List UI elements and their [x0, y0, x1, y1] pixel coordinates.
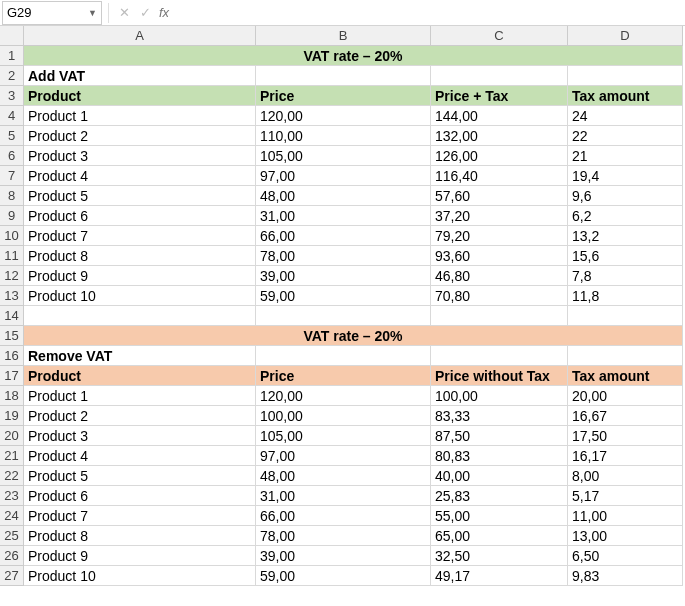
cell-D4[interactable]: 24 [568, 106, 683, 126]
cell-A10[interactable]: Product 7 [24, 226, 256, 246]
row-header-18[interactable]: 18 [0, 386, 24, 406]
cell-D10[interactable]: 13,2 [568, 226, 683, 246]
cell-C21[interactable]: 80,83 [431, 446, 568, 466]
name-box[interactable]: G29 ▼ [2, 1, 102, 25]
header-cell-B17[interactable]: Price [256, 366, 431, 386]
cell-B27[interactable]: 59,00 [256, 566, 431, 586]
row-header-2[interactable]: 2 [0, 66, 24, 86]
cell-C13[interactable]: 70,80 [431, 286, 568, 306]
cell-A13[interactable]: Product 10 [24, 286, 256, 306]
cell-D9[interactable]: 6,2 [568, 206, 683, 226]
cell-D20[interactable]: 17,50 [568, 426, 683, 446]
cell-A4[interactable]: Product 1 [24, 106, 256, 126]
column-header-D[interactable]: D [568, 26, 683, 46]
header-cell-A3[interactable]: Product [24, 86, 256, 106]
header-cell-C17[interactable]: Price without Tax [431, 366, 568, 386]
cell-D8[interactable]: 9,6 [568, 186, 683, 206]
merged-title-row-1[interactable]: VAT rate – 20% [24, 46, 683, 66]
cell-B7[interactable]: 97,00 [256, 166, 431, 186]
cell-D24[interactable]: 11,00 [568, 506, 683, 526]
cell-B10[interactable]: 66,00 [256, 226, 431, 246]
cell-C24[interactable]: 55,00 [431, 506, 568, 526]
cell-C19[interactable]: 83,33 [431, 406, 568, 426]
row-header-13[interactable]: 13 [0, 286, 24, 306]
header-cell-C3[interactable]: Price + Tax [431, 86, 568, 106]
chevron-down-icon[interactable]: ▼ [88, 8, 97, 18]
header-cell-D17[interactable]: Tax amount [568, 366, 683, 386]
row-header-27[interactable]: 27 [0, 566, 24, 586]
cell-B6[interactable]: 105,00 [256, 146, 431, 166]
cell-A19[interactable]: Product 2 [24, 406, 256, 426]
cell-D26[interactable]: 6,50 [568, 546, 683, 566]
row-header-16[interactable]: 16 [0, 346, 24, 366]
cancel-icon[interactable]: ✕ [119, 5, 130, 20]
cell-C5[interactable]: 132,00 [431, 126, 568, 146]
row-header-10[interactable]: 10 [0, 226, 24, 246]
cell-B20[interactable]: 105,00 [256, 426, 431, 446]
cell-D5[interactable]: 22 [568, 126, 683, 146]
row-header-12[interactable]: 12 [0, 266, 24, 286]
row-header-14[interactable]: 14 [0, 306, 24, 326]
cell-B24[interactable]: 66,00 [256, 506, 431, 526]
cell-C9[interactable]: 37,20 [431, 206, 568, 226]
row-header-17[interactable]: 17 [0, 366, 24, 386]
row-header-21[interactable]: 21 [0, 446, 24, 466]
cell-D6[interactable]: 21 [568, 146, 683, 166]
fx-icon[interactable]: fx [157, 5, 175, 20]
cell-D22[interactable]: 8,00 [568, 466, 683, 486]
cell-A22[interactable]: Product 5 [24, 466, 256, 486]
cell-B23[interactable]: 31,00 [256, 486, 431, 506]
formula-input[interactable] [175, 0, 685, 25]
row-header-19[interactable]: 19 [0, 406, 24, 426]
cell-B25[interactable]: 78,00 [256, 526, 431, 546]
cell-C7[interactable]: 116,40 [431, 166, 568, 186]
cell-A20[interactable]: Product 3 [24, 426, 256, 446]
cell-B13[interactable]: 59,00 [256, 286, 431, 306]
cell-A25[interactable]: Product 8 [24, 526, 256, 546]
cell-D13[interactable]: 11,8 [568, 286, 683, 306]
cell-D14[interactable] [568, 306, 683, 326]
header-cell-A17[interactable]: Product [24, 366, 256, 386]
row-header-26[interactable]: 26 [0, 546, 24, 566]
cell-C14[interactable] [431, 306, 568, 326]
cell-D25[interactable]: 13,00 [568, 526, 683, 546]
cell-C16[interactable] [431, 346, 568, 366]
cell-D21[interactable]: 16,17 [568, 446, 683, 466]
cell-C6[interactable]: 126,00 [431, 146, 568, 166]
cell-A23[interactable]: Product 6 [24, 486, 256, 506]
cell-B9[interactable]: 31,00 [256, 206, 431, 226]
row-header-11[interactable]: 11 [0, 246, 24, 266]
header-cell-B3[interactable]: Price [256, 86, 431, 106]
cell-B14[interactable] [256, 306, 431, 326]
row-header-15[interactable]: 15 [0, 326, 24, 346]
cell-C25[interactable]: 65,00 [431, 526, 568, 546]
row-header-9[interactable]: 9 [0, 206, 24, 226]
cell-B26[interactable]: 39,00 [256, 546, 431, 566]
cell-A9[interactable]: Product 6 [24, 206, 256, 226]
cell-C10[interactable]: 79,20 [431, 226, 568, 246]
row-header-20[interactable]: 20 [0, 426, 24, 446]
cell-A27[interactable]: Product 10 [24, 566, 256, 586]
cell-A16[interactable]: Remove VAT [24, 346, 256, 366]
cell-B8[interactable]: 48,00 [256, 186, 431, 206]
cell-C12[interactable]: 46,80 [431, 266, 568, 286]
cell-A14[interactable] [24, 306, 256, 326]
cell-A12[interactable]: Product 9 [24, 266, 256, 286]
cell-C2[interactable] [431, 66, 568, 86]
cell-D27[interactable]: 9,83 [568, 566, 683, 586]
row-header-22[interactable]: 22 [0, 466, 24, 486]
cell-A18[interactable]: Product 1 [24, 386, 256, 406]
row-header-4[interactable]: 4 [0, 106, 24, 126]
row-header-8[interactable]: 8 [0, 186, 24, 206]
cell-A5[interactable]: Product 2 [24, 126, 256, 146]
cell-B16[interactable] [256, 346, 431, 366]
enter-icon[interactable]: ✓ [140, 5, 151, 20]
cell-B22[interactable]: 48,00 [256, 466, 431, 486]
cell-D12[interactable]: 7,8 [568, 266, 683, 286]
row-header-5[interactable]: 5 [0, 126, 24, 146]
cell-D11[interactable]: 15,6 [568, 246, 683, 266]
cell-A7[interactable]: Product 4 [24, 166, 256, 186]
row-header-24[interactable]: 24 [0, 506, 24, 526]
merged-title-row-15[interactable]: VAT rate – 20% [24, 326, 683, 346]
cell-D16[interactable] [568, 346, 683, 366]
